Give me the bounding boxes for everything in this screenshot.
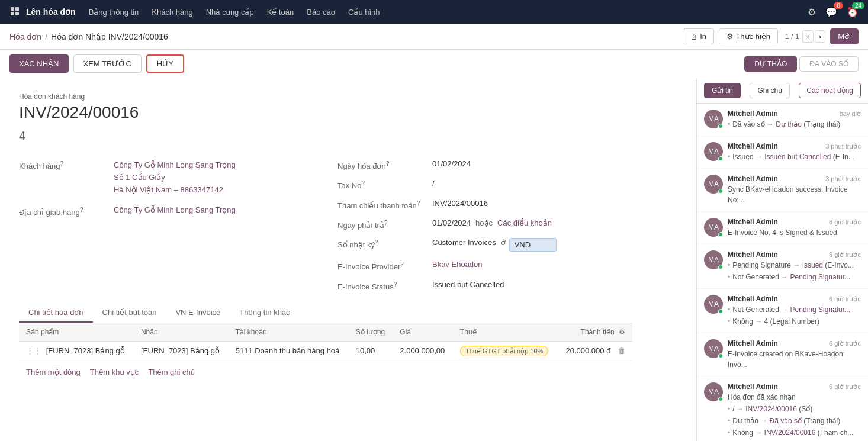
activity-item: MAMitchell Admin6 giờ trước•Not Generate…: [697, 289, 868, 333]
menu-dashboard[interactable]: Bảng thông tin: [83, 4, 145, 20]
menu-suppliers[interactable]: Nhà cung cấp: [200, 4, 260, 20]
col-label: Nhãn: [134, 323, 229, 342]
detail-tabs: Chi tiết hóa đơn Chi tiết bút toán VN E-…: [19, 303, 632, 323]
row-drag-handle[interactable]: ⋮⋮: [26, 346, 41, 355]
activity-line: •Pending Signature → Issued (E-Invo...: [728, 260, 861, 271]
journal-value[interactable]: Customer Invoices: [432, 238, 496, 247]
settings-icon[interactable]: ⚙: [805, 4, 818, 20]
execute-button[interactable]: ⚙ Thực hiện: [719, 28, 778, 44]
add-line-link[interactable]: Thêm một dòng: [26, 368, 81, 376]
status-bar: DỰ THẢO ĐÃ VÀO SỐ: [744, 56, 859, 72]
activities-button[interactable]: Các hoạt động: [799, 83, 861, 98]
avatar: MA: [704, 175, 723, 194]
invoice-form: Hóa đơn khách hàng INV/2024/00016 4 Khác…: [0, 78, 651, 398]
col-price: Giá: [393, 323, 453, 342]
invoice-type-label: Hóa đơn khách hàng: [19, 92, 632, 101]
svg-rect-1: [15, 7, 19, 11]
delivery-value[interactable]: Công Ty Gỗ Minh Long Sang Trọng: [114, 205, 236, 214]
cell-quantity[interactable]: 10,00: [349, 341, 393, 360]
table-row: ⋮⋮ [FURN_7023] Bảng gỗ [FURN_7023] Bảng …: [19, 341, 632, 360]
due-conditions-value[interactable]: Các điều khoản: [497, 218, 552, 227]
menu-config[interactable]: Cấu hình: [342, 4, 386, 20]
notifications-badge: 24: [852, 2, 864, 9]
row-delete-icon[interactable]: 🗑: [618, 346, 625, 355]
breadcrumb-separator: /: [45, 32, 47, 41]
journal-at: ở: [501, 238, 506, 247]
activity-line: •Đã vào số → Dự thảo (Trạng thái): [728, 119, 861, 130]
activity-time: 6 giờ trước: [829, 383, 861, 391]
nav-next-button[interactable]: ›: [815, 30, 825, 43]
notifications-icon[interactable]: ⏰ 24: [844, 4, 861, 20]
tax-no-value[interactable]: /: [432, 179, 435, 188]
menu-customers[interactable]: Khách hàng: [146, 4, 198, 20]
note-button[interactable]: Ghi chú: [750, 83, 789, 98]
page-header: Hóa đơn / Hóa đơn Nhập INV/2024/00016 🖨 …: [0, 24, 868, 50]
activity-time: 3 phút trước: [825, 175, 861, 183]
breadcrumb-parent[interactable]: Hóa đơn: [9, 32, 41, 41]
invoice-lines-table: Sản phẩm Nhãn Tài khoản Số lượng Giá Thu…: [19, 323, 632, 360]
add-note-link[interactable]: Thêm ghi chú: [148, 368, 195, 376]
activity-line: •/ → INV/2024/00016 (Số): [728, 404, 861, 414]
einvoice-provider-value[interactable]: Bkav Ehoadon: [432, 260, 483, 269]
confirm-button[interactable]: XÁC NHẬN: [9, 54, 69, 73]
journal-label: Số nhật ký?: [337, 238, 432, 249]
activity-content: Mitchell Admin6 giờ trướcE-Invoice creat…: [728, 339, 861, 370]
activity-user: Mitchell Admin: [728, 382, 778, 391]
tab-vn-einvoice[interactable]: VN E-Invoice: [166, 303, 230, 323]
menu-accounting[interactable]: Kế toán: [261, 4, 300, 20]
activity-content: Mitchell Admin6 giờ trướcHóa đơn đã xác …: [728, 382, 861, 438]
activity-item: MAMitchell Admin6 giờ trướcE-Invoice No.…: [697, 212, 868, 244]
avatar: MA: [704, 382, 723, 401]
nav-prev-button[interactable]: ‹: [802, 30, 813, 43]
activity-content: Mitchell Admin6 giờ trướcE-Invoice No. 4…: [728, 218, 861, 238]
send-message-button[interactable]: Gửi tin: [704, 83, 741, 98]
action-buttons: XÁC NHẬN XEM TRƯỚC HỦY: [9, 54, 184, 73]
tax-badge[interactable]: Thuế GTGT phải nộp 10%: [460, 346, 548, 356]
activity-content: Mitchell Admin6 giờ trước•Pending Signat…: [728, 250, 861, 282]
tax-no-field: Tax No? /: [337, 176, 632, 192]
customer-value[interactable]: Công Ty Gỗ Minh Long Sang Trọng Số 1 Cầu…: [114, 159, 236, 196]
activity-user: Mitchell Admin: [728, 295, 778, 303]
tab-other-info[interactable]: Thông tin khác: [230, 303, 299, 323]
einvoice-provider-field: E-Invoice Provider? Bkav Ehoadon: [337, 257, 632, 273]
add-section-link[interactable]: Thêm khu vực: [90, 368, 139, 376]
tab-invoice-detail[interactable]: Chi tiết hóa đơn: [19, 303, 93, 323]
main-layout: Hóa đơn khách hàng INV/2024/00016 4 Khác…: [0, 78, 868, 441]
cancel-button[interactable]: HỦY: [146, 54, 184, 73]
menu-reports[interactable]: Báo cáo: [301, 4, 341, 20]
due-date-value[interactable]: 01/02/2024: [432, 218, 471, 227]
cell-account[interactable]: 5111 Doanh thu bán hàng hoá: [229, 341, 349, 360]
messages-icon[interactable]: 💬 8: [823, 4, 840, 20]
activity-item: MAMitchell Admin6 giờ trước•Pending Sign…: [697, 244, 868, 289]
cell-price[interactable]: 2.000.000,00: [393, 341, 453, 360]
preview-button[interactable]: XEM TRƯỚC: [73, 54, 142, 73]
journal-currency[interactable]: VND: [509, 238, 557, 252]
einvoice-status-value: Issued but Cancelled: [432, 280, 504, 289]
apps-grid-icon[interactable]: [7, 4, 24, 20]
status-posted[interactable]: ĐÃ VÀO SỐ: [799, 56, 859, 72]
activity-content: Mitchell Admin3 phút trướcSync BKav-eHoa…: [728, 175, 861, 205]
activity-line: E-Invoice created on BKave-Hoadon: Invo.…: [728, 349, 861, 370]
col-settings-icon[interactable]: ⚙: [619, 328, 625, 336]
invoice-date-field: Ngày hóa đơn? 01/02/2024: [337, 157, 632, 173]
new-button[interactable]: Mới: [830, 28, 859, 44]
cell-label[interactable]: [FURN_7023] Bảng gỗ: [134, 341, 229, 360]
invoice-date-value[interactable]: 01/02/2024: [432, 159, 471, 168]
status-draft[interactable]: DỰ THẢO: [744, 56, 797, 72]
activity-line: •Dự thảo → Đã vào số (Trạng thái): [728, 416, 861, 426]
svg-rect-0: [11, 7, 14, 11]
print-button[interactable]: 🖨 In: [683, 28, 714, 44]
activity-item: MAMitchell Admin3 phút trước•Issued → Is…: [697, 136, 868, 169]
product-value[interactable]: [FURN_7023] Bảng gỗ: [46, 346, 125, 355]
invoice-date-label: Ngày hóa đơn?: [337, 159, 432, 170]
left-fields: Khách hàng? Công Ty Gỗ Minh Long Sang Tr…: [19, 157, 314, 294]
svg-rect-3: [15, 12, 19, 15]
tab-journal-detail[interactable]: Chi tiết bút toán: [93, 303, 166, 323]
due-date-label: Ngày phải trả?: [337, 218, 432, 230]
einvoice-status-label: E-Invoice Status?: [337, 280, 432, 291]
activity-user: Mitchell Admin: [728, 175, 778, 183]
due-date-field: Ngày phải trả? 01/02/2024 hoặc Các điều …: [337, 216, 632, 232]
form-grid: Khách hàng? Công Ty Gỗ Minh Long Sang Tr…: [19, 157, 632, 294]
top-navigation: Lên hóa đơn Bảng thông tin Khách hàng Nh…: [0, 0, 868, 24]
action-bar: XÁC NHẬN XEM TRƯỚC HỦY DỰ THẢO ĐÃ VÀO SỐ: [0, 50, 868, 78]
